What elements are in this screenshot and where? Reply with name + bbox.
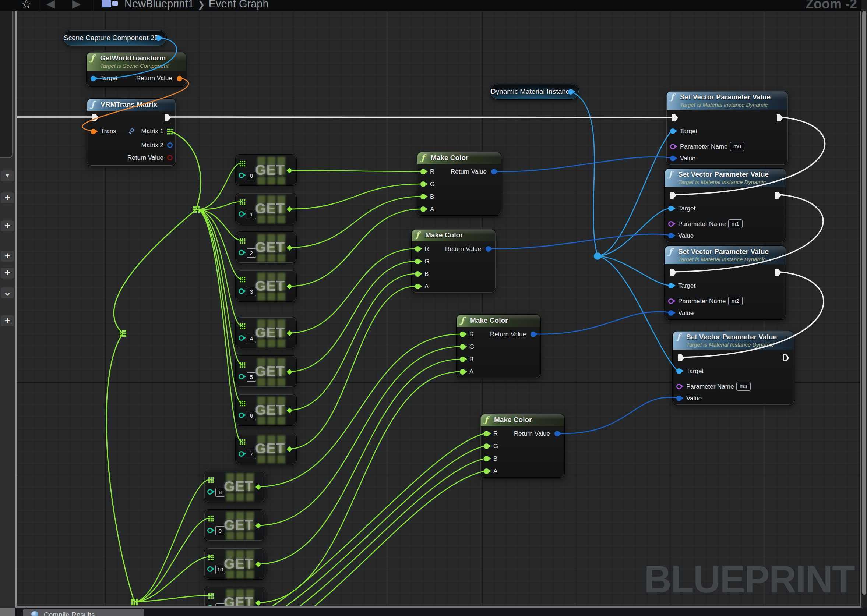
exec-input-pin[interactable]	[672, 115, 678, 121]
a-input-pin[interactable]	[420, 206, 426, 212]
exec-input-pin[interactable]	[678, 354, 684, 361]
index-value-box[interactable]: 2	[247, 248, 256, 258]
g-input-pin[interactable]	[460, 344, 465, 350]
b-input-pin[interactable]	[415, 271, 420, 277]
reroute-node-r3[interactable]	[131, 599, 133, 600]
index-input-pin[interactable]	[207, 566, 213, 572]
index-value-box[interactable]: 8	[216, 487, 225, 497]
r-input-pin[interactable]	[484, 431, 489, 437]
node-set-vector-parameter-value-1[interactable]: ƒSet Vector Parameter ValueTarget is Mat…	[666, 91, 788, 165]
parameter-name-input-pin[interactable]	[668, 221, 674, 227]
node-array-get-7[interactable]: GET7	[236, 433, 296, 464]
trans-input-pin[interactable]	[91, 129, 96, 134]
parameter-name-value-box[interactable]: m0	[730, 142, 744, 151]
node-array-get-6[interactable]: GET6	[236, 394, 296, 425]
array-input-pin[interactable]	[240, 439, 241, 441]
value-input-pin[interactable]	[676, 396, 682, 401]
array-input-pin[interactable]	[208, 477, 210, 479]
add-button-2[interactable]: +	[0, 220, 14, 232]
reroute-node-r2[interactable]	[120, 330, 121, 332]
index-input-pin[interactable]	[239, 289, 244, 294]
node-set-vector-parameter-value-3[interactable]: ƒSet Vector Parameter ValueTarget is Mat…	[664, 246, 786, 319]
index-value-box[interactable]: 11	[216, 603, 225, 606]
element-output-pin[interactable]	[287, 284, 293, 289]
output-pin-object[interactable]	[156, 35, 161, 41]
index-input-pin[interactable]	[207, 605, 213, 606]
node-set-vector-parameter-value-2[interactable]: ƒSet Vector Parameter ValueTarget is Mat…	[664, 168, 786, 242]
element-output-pin[interactable]	[255, 484, 261, 490]
breadcrumb-graph[interactable]: Event Graph	[209, 0, 269, 9]
index-value-box[interactable]: 6	[247, 411, 256, 420]
node-array-get-8[interactable]: GET8	[205, 471, 265, 502]
index-value-box[interactable]: 10	[216, 565, 225, 574]
a-input-pin[interactable]	[415, 284, 420, 289]
value-input-pin[interactable]	[668, 310, 674, 316]
index-value-box[interactable]: 7	[247, 450, 256, 459]
add-button-5[interactable]: +	[0, 315, 14, 327]
b-input-pin[interactable]	[420, 194, 426, 200]
node-vrmtrans-matrix[interactable]: ƒVRMTrans MatrixTransMatrix 1Matrix 2Ret…	[87, 99, 176, 166]
index-input-pin[interactable]	[207, 528, 213, 533]
index-input-pin[interactable]	[239, 211, 244, 217]
return-value-output-pin[interactable]	[167, 155, 173, 160]
node-array-get-2[interactable]: GET2	[236, 232, 296, 263]
element-output-pin[interactable]	[287, 446, 293, 452]
parameter-name-input-pin[interactable]	[670, 144, 675, 149]
index-input-pin[interactable]	[239, 173, 244, 178]
node-array-get-11[interactable]: GET11	[205, 587, 265, 606]
target-input-pin[interactable]	[670, 129, 675, 134]
tab-compile-results[interactable]: Compile Results	[23, 609, 144, 616]
index-value-box[interactable]: 9	[216, 526, 225, 536]
return-value-output-pin[interactable]	[177, 76, 182, 81]
index-input-pin[interactable]	[239, 250, 244, 255]
node-array-get-3[interactable]: GET3	[236, 270, 296, 302]
element-output-pin[interactable]	[287, 330, 293, 336]
node-set-vector-parameter-value-4[interactable]: ƒSet Vector Parameter ValueTarget is Mat…	[673, 331, 794, 405]
node-array-get-9[interactable]: GET9	[205, 510, 265, 541]
b-input-pin[interactable]	[460, 357, 465, 362]
element-output-pin[interactable]	[255, 523, 261, 529]
scrollbar-thumb[interactable]	[862, 11, 866, 595]
matrix1-array-output-pin[interactable]	[167, 129, 168, 130]
return-value-output-pin[interactable]	[530, 332, 536, 337]
element-output-pin[interactable]	[287, 408, 293, 413]
exec-input-pin[interactable]	[670, 269, 676, 276]
parameter-name-value-box[interactable]: m1	[728, 219, 743, 228]
parameter-name-value-box[interactable]: m3	[736, 382, 751, 391]
reroute-node-r1[interactable]	[193, 206, 195, 208]
array-input-pin[interactable]	[240, 277, 241, 278]
target-input-pin[interactable]	[668, 206, 674, 211]
array-input-pin[interactable]	[240, 324, 241, 325]
node-make-color-1[interactable]: ƒMake ColorRGBAReturn Value	[417, 152, 501, 215]
vertical-scrollbar[interactable]	[861, 0, 867, 608]
watch-magnifier-icon[interactable]	[130, 129, 134, 132]
element-output-pin[interactable]	[255, 561, 261, 567]
array-input-pin[interactable]	[208, 593, 210, 595]
array-input-pin[interactable]	[208, 516, 210, 517]
add-button-4[interactable]: +	[0, 267, 14, 279]
g-input-pin[interactable]	[420, 181, 426, 187]
matrix2-output-pin[interactable]	[167, 142, 173, 148]
parameter-name-value-box[interactable]: m2	[728, 297, 743, 305]
array-input-pin[interactable]	[240, 161, 241, 162]
node-make-color-4[interactable]: ƒMake ColorRGBAReturn Value	[480, 414, 564, 477]
node-make-color-3[interactable]: ƒMake ColorRGBAReturn Value	[456, 314, 540, 378]
back-button[interactable]: ◀	[46, 0, 55, 10]
array-input-pin[interactable]	[240, 401, 241, 402]
element-output-pin[interactable]	[287, 369, 293, 375]
node-array-get-1[interactable]: GET1	[236, 193, 296, 224]
element-output-pin[interactable]	[287, 245, 293, 251]
index-input-pin[interactable]	[207, 489, 213, 495]
a-input-pin[interactable]	[484, 468, 489, 474]
exec-output-pin[interactable]	[775, 269, 781, 276]
target-input-pin[interactable]	[668, 283, 674, 289]
exec-output-pin[interactable]	[775, 192, 781, 199]
index-input-pin[interactable]	[239, 413, 244, 418]
index-value-box[interactable]: 3	[247, 287, 256, 296]
add-button-1[interactable]: +	[0, 192, 14, 204]
target-input-pin[interactable]	[676, 368, 682, 374]
return-value-output-pin[interactable]	[491, 169, 497, 174]
index-value-box[interactable]: 0	[247, 171, 256, 180]
exec-output-pin[interactable]	[783, 354, 789, 361]
exec-output-pin[interactable]	[165, 114, 171, 121]
